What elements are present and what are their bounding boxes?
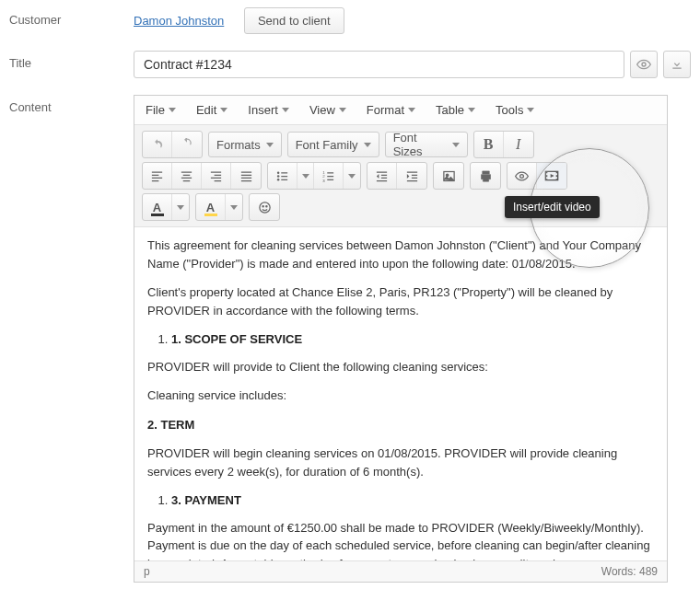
image-group [433, 162, 464, 190]
eye-icon [636, 57, 651, 72]
title-content [134, 51, 691, 78]
heading: 2. TERM [147, 416, 654, 434]
font-sizes-select[interactable]: Font Sizes [385, 132, 468, 157]
text-color-button[interactable]: A [143, 194, 172, 220]
redo-icon [181, 138, 193, 151]
undo-icon [151, 138, 164, 151]
svg-point-9 [520, 174, 524, 178]
download-icon [671, 58, 683, 71]
number-list-more[interactable] [344, 163, 360, 189]
outdent-icon [375, 169, 389, 183]
toolbar-row-1: Formats Font Family Font Sizes B I [142, 131, 659, 158]
bullet-list-more[interactable] [298, 163, 314, 189]
title-input[interactable] [134, 51, 624, 78]
title-row: Title [9, 51, 691, 78]
undo-button[interactable] [143, 132, 172, 157]
menu-table[interactable]: Table [436, 103, 475, 117]
undo-redo-group [142, 131, 203, 158]
paragraph: This agreement for cleaning services bet… [147, 237, 654, 272]
list-item: 3. PAYMENT [171, 491, 654, 510]
menu-edit[interactable]: Edit [196, 103, 228, 117]
caret-icon [348, 174, 356, 179]
rich-text-editor: File Edit Insert View Format Table Tools… [134, 95, 668, 583]
bg-color-button[interactable]: A [196, 194, 226, 220]
menu-view[interactable]: View [309, 103, 346, 117]
align-justify-button[interactable] [231, 163, 261, 189]
italic-button[interactable]: I [504, 132, 533, 157]
align-left-button[interactable] [143, 163, 172, 189]
editor-body[interactable]: This agreement for cleaning services bet… [134, 227, 667, 560]
redo-button[interactable] [172, 132, 202, 157]
bullet-list-button[interactable] [268, 163, 298, 189]
smiley-icon [258, 201, 272, 214]
editor-menubar: File Edit Insert View Format Table Tools [134, 96, 667, 125]
paragraph: Payment in the amount of €1250.00 shall … [147, 519, 654, 561]
caret-icon [282, 108, 289, 112]
outdent-button[interactable] [368, 163, 397, 189]
toolbar-row-2: 123 [142, 162, 659, 190]
indent-icon [405, 169, 419, 183]
list-item: 1. SCOPE OF SERVICE [171, 330, 654, 349]
number-list-icon: 123 [321, 169, 335, 183]
formats-select[interactable]: Formats [208, 132, 282, 157]
svg-point-13 [265, 205, 266, 206]
text-color-more[interactable] [172, 194, 189, 220]
bg-color-more[interactable] [226, 194, 242, 220]
content-wrap: File Edit Insert View Format Table Tools… [134, 95, 691, 583]
bold-italic-group: B I [473, 131, 534, 158]
align-group [142, 162, 262, 190]
customer-link[interactable]: Damon Johnston [134, 14, 224, 28]
caret-icon [302, 174, 309, 179]
customer-row: Customer Damon Johnston Send to client [9, 7, 691, 34]
menu-tools[interactable]: Tools [496, 103, 534, 117]
editor-toolbar: Formats Font Family Font Sizes B I [134, 125, 667, 227]
menu-file[interactable]: File [146, 103, 176, 117]
paragraph: Cleaning service includes: [147, 387, 654, 405]
emoji-button[interactable] [250, 194, 279, 220]
editor-statusbar: p Words: 489 [134, 560, 667, 582]
svg-point-1 [277, 171, 280, 174]
print-button[interactable] [471, 163, 500, 189]
svg-point-11 [259, 202, 269, 212]
caret-icon [339, 108, 346, 112]
menu-insert[interactable]: Insert [248, 103, 289, 117]
print-icon [479, 169, 493, 183]
preview-button[interactable] [630, 51, 658, 78]
customer-label: Customer [9, 7, 134, 27]
align-right-button[interactable] [202, 163, 231, 189]
content-row: Content File Edit Insert View Format Tab… [9, 95, 691, 583]
download-button[interactable] [663, 51, 691, 78]
insert-image-button[interactable] [434, 163, 463, 189]
media-group [507, 162, 567, 190]
element-path[interactable]: p [144, 565, 150, 578]
list-group: 123 [267, 162, 361, 190]
eye-icon [515, 169, 529, 183]
caret-icon [452, 143, 460, 147]
text-color-group: A [142, 193, 190, 221]
align-center-button[interactable] [172, 163, 202, 189]
caret-icon [177, 205, 184, 210]
caret-icon [230, 205, 238, 210]
align-left-icon [150, 169, 164, 183]
caret-icon [169, 108, 176, 112]
svg-point-0 [642, 63, 646, 66]
bold-button[interactable]: B [474, 132, 504, 157]
caret-icon [527, 108, 534, 112]
preview-editor-button[interactable] [508, 163, 537, 189]
caret-icon [364, 143, 371, 147]
caret-icon [468, 108, 475, 112]
svg-text:3: 3 [322, 178, 325, 182]
align-center-icon [180, 169, 193, 183]
bg-color-group: A [195, 193, 243, 221]
menu-format[interactable]: Format [367, 103, 415, 117]
insert-video-button[interactable] [537, 163, 566, 189]
send-to-client-button[interactable]: Send to client [244, 7, 344, 34]
font-family-select[interactable]: Font Family [287, 132, 379, 157]
indent-button[interactable] [397, 163, 426, 189]
svg-point-12 [262, 205, 263, 206]
number-list-button[interactable]: 123 [314, 163, 344, 189]
ordered-list: 3. PAYMENT [147, 491, 654, 510]
svg-point-8 [446, 174, 449, 177]
caret-icon [266, 143, 274, 147]
indent-group [367, 162, 427, 190]
